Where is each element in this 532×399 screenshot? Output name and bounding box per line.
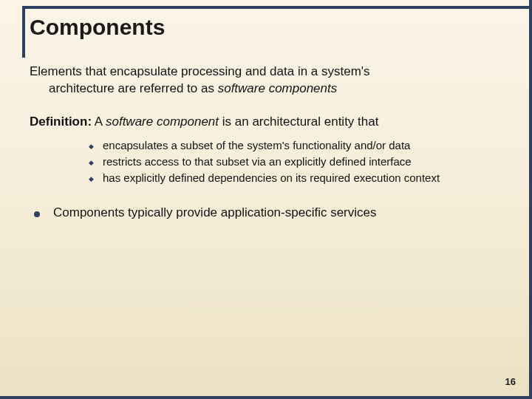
bullet-text: has explicitly defined dependencies on i… (103, 171, 440, 185)
closing-text: Components typically provide application… (53, 205, 376, 220)
bullet-text: restricts access to that subset via an e… (103, 154, 412, 169)
bullet-text: encapsulates a subset of the system's fu… (103, 138, 410, 153)
bullet-icon (34, 211, 40, 217)
frame-bottom (0, 396, 532, 399)
intro-paragraph: Elements that encapsulate processing and… (30, 64, 502, 98)
list-item: ◆ encapsulates a subset of the system's … (89, 138, 502, 153)
slide-title: Components (30, 15, 165, 40)
definition-pre: A (92, 115, 106, 129)
frame-left (22, 6, 25, 58)
frame-right (529, 0, 532, 399)
intro-line2-em: software components (218, 81, 338, 95)
definition-bullets: ◆ encapsulates a subset of the system's … (89, 138, 502, 186)
intro-line2: architecture are referred to as software… (30, 81, 337, 98)
intro-line1: Elements that encapsulate processing and… (30, 64, 370, 78)
page-number: 16 (505, 376, 516, 387)
definition-post: is an architectural entity that (219, 115, 378, 129)
intro-line2-prefix: architecture are referred to as (49, 81, 218, 95)
slide-content: Elements that encapsulate processing and… (30, 64, 502, 220)
definition-em: software component (106, 115, 219, 129)
diamond-icon: ◆ (89, 174, 94, 183)
definition-line: Definition: A software component is an a… (30, 114, 502, 131)
list-item: ◆ has explicitly defined dependencies on… (89, 171, 502, 185)
definition-label: Definition: (30, 115, 92, 129)
list-item: ◆ restricts access to that subset via an… (89, 154, 502, 169)
diamond-icon: ◆ (89, 158, 94, 167)
diamond-icon: ◆ (89, 142, 94, 151)
frame-top (22, 6, 532, 9)
closing-bullet: Components typically provide application… (34, 205, 502, 220)
